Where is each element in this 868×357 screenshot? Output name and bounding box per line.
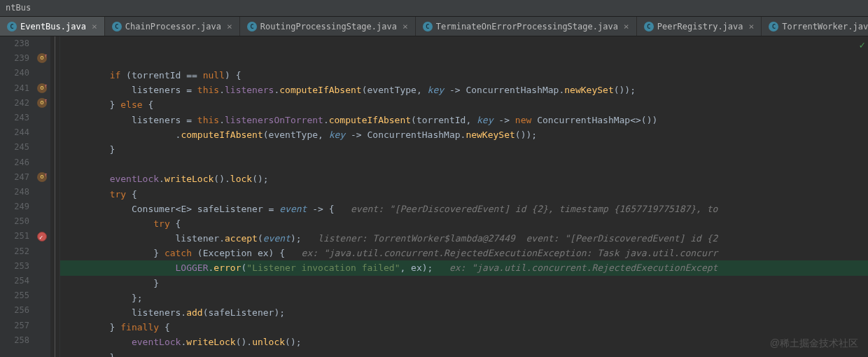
code-line[interactable]: listeners.add(safeListener); [60, 305, 868, 320]
close-icon[interactable]: × [749, 21, 755, 31]
code-line[interactable]: LOGGER.error("Listener invocation failed… [60, 260, 868, 275]
code-line[interactable]: .computeIfAbsent(eventType, key -> Concu… [60, 127, 868, 142]
line-number[interactable]: 258 [3, 333, 29, 348]
close-icon[interactable]: × [92, 21, 97, 31]
tab-label: EventBus.java [20, 22, 86, 31]
line-number[interactable]: 249 [3, 200, 29, 214]
watermark: @稀土掘金技术社区 [770, 337, 858, 350]
tab-routingprocessingstage-java[interactable]: CRoutingProcessingStage.java× [240, 17, 416, 36]
line-number[interactable]: 253 [3, 259, 29, 274]
line-number[interactable]: 247 [3, 170, 29, 185]
override-marker-icon[interactable]: ↑ [37, 83, 47, 93]
line-number[interactable]: 248 [3, 185, 29, 200]
code-line[interactable]: try { [60, 187, 868, 202]
code-line[interactable]: try { [60, 216, 868, 231]
line-number[interactable]: 251 [3, 229, 29, 244]
line-number[interactable]: 243 [3, 111, 29, 125]
code-line[interactable]: listeners = this.listenersOnTorrent.comp… [60, 113, 868, 127]
code-line[interactable]: } [60, 276, 868, 290]
line-number[interactable]: 254 [3, 274, 29, 288]
tab-label: RoutingProcessingStage.java [260, 22, 397, 31]
line-number[interactable]: 239 [3, 51, 29, 66]
code-line[interactable]: } catch (Exception ex) { ex: "java.util.… [60, 246, 868, 260]
code-line[interactable]: if (torrentId == null) { [60, 68, 868, 83]
line-number[interactable]: 246 [3, 155, 29, 170]
code-area[interactable]: ✓ if (torrentId == null) { listeners = t… [60, 36, 868, 357]
code-line[interactable]: listener.accept(event); listener: Torren… [60, 231, 868, 246]
marker-gutter: ↑↑↑↑ [35, 36, 50, 357]
tab-label: ChainProcessor.java [125, 22, 221, 31]
title-text: ntBus [6, 3, 31, 13]
inspection-status-icon[interactable]: ✓ [860, 39, 865, 50]
line-number[interactable]: 238 [3, 36, 29, 51]
fold-gutter [50, 36, 60, 357]
tab-peerregistry-java[interactable]: CPeerRegistry.java× [637, 17, 762, 36]
java-class-icon: C [247, 22, 257, 31]
tab-torrentworker-java[interactable]: CTorrentWorker.java× [762, 17, 868, 36]
line-number[interactable]: 245 [3, 140, 29, 155]
line-number[interactable]: 241 [3, 81, 29, 96]
close-icon[interactable]: × [624, 21, 629, 31]
line-number[interactable]: 242 [3, 96, 29, 111]
java-class-icon: C [112, 22, 122, 31]
line-number-gutter: 2382392402412422432442452462472482492502… [0, 36, 35, 357]
tab-bar: CEventBus.java×CChainProcessor.java×CRou… [0, 17, 868, 36]
close-icon[interactable]: × [227, 21, 232, 31]
title-bar: ntBus [0, 0, 868, 17]
editor: 2382392402412422432442452462472482492502… [0, 36, 868, 357]
tab-eventbus-java[interactable]: CEventBus.java× [0, 17, 105, 36]
code-line[interactable]: } else { [60, 97, 868, 112]
code-line[interactable]: eventLock.writeLock().unlock(); [60, 335, 868, 349]
line-number[interactable]: 250 [3, 214, 29, 229]
tab-chainprocessor-java[interactable]: CChainProcessor.java× [105, 17, 240, 36]
override-marker-icon[interactable]: ↑ [37, 53, 47, 63]
close-icon[interactable]: × [402, 21, 408, 31]
line-number[interactable]: 257 [3, 318, 29, 333]
code-line[interactable]: } [60, 142, 868, 157]
override-marker-icon[interactable]: ↑ [37, 98, 47, 108]
tab-label: TorrentWorker.java [782, 22, 868, 31]
code-line[interactable]: Consumer<E> safeListener = event -> { ev… [60, 202, 868, 216]
line-number[interactable]: 256 [3, 303, 29, 318]
line-number[interactable]: 240 [3, 66, 29, 80]
tab-label: TerminateOnErrorProcessingStage.java [436, 22, 618, 31]
code-line[interactable]: listeners = this.listeners.computeIfAbse… [60, 83, 868, 97]
tab-terminateonerrorprocessingstage-java[interactable]: CTerminateOnErrorProcessingStage.java× [416, 17, 637, 36]
java-class-icon: C [7, 22, 17, 31]
code-line[interactable]: }; [60, 290, 868, 305]
line-number[interactable]: 244 [3, 125, 29, 140]
code-line[interactable] [60, 157, 868, 172]
tab-label: PeerRegistry.java [657, 22, 743, 31]
line-number[interactable]: 255 [3, 288, 29, 303]
code-line[interactable]: eventLock.writeLock().lock(); [60, 172, 868, 186]
java-class-icon: C [769, 22, 778, 31]
code-line[interactable]: } finally { [60, 320, 868, 335]
java-class-icon: C [423, 22, 433, 31]
line-number[interactable]: 252 [3, 244, 29, 259]
override-marker-icon[interactable]: ↑ [37, 172, 47, 182]
breakpoint-icon[interactable] [37, 232, 47, 241]
java-class-icon: C [644, 22, 654, 31]
code-line[interactable]: } [60, 350, 868, 357]
